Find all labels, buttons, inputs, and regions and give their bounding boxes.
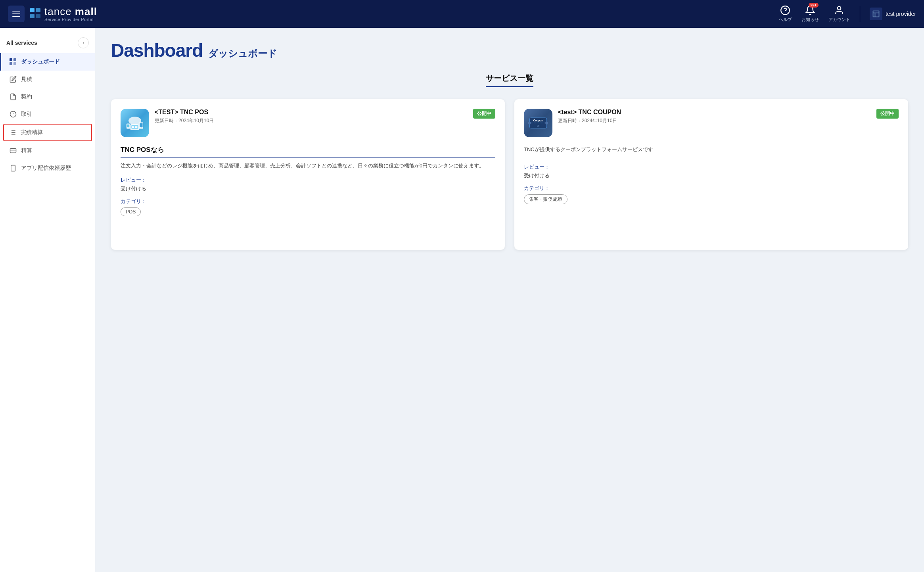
sidebar-item-contract[interactable]: 契約 [0, 88, 95, 106]
sidebar-item-settlement[interactable]: 精算 [0, 142, 95, 159]
svg-point-34 [141, 127, 142, 128]
card-review-label-coupon: レビュー： [524, 163, 899, 171]
provider-building-icon [872, 10, 880, 18]
card-description-pos: 注文入力・会計などのレジ機能をはじめ、商品管理、顧客管理、売上分析、会計ソフトと… [121, 161, 495, 170]
card-meta-pos: <TEST> TNC POS 更新日時：2024年10月10日 [155, 109, 468, 124]
sidebar-item-label-estimate: 見積 [21, 76, 32, 83]
card-review-value-pos: 受け付ける [121, 185, 495, 192]
svg-rect-11 [13, 62, 16, 65]
card-status-pos: 公開中 [473, 109, 495, 119]
card-category-label-coupon: カテゴリ： [524, 185, 899, 192]
header-divider [860, 6, 860, 22]
service-card-pos[interactable]: <TEST> TNC POS 更新日時：2024年10月10日 公開中 TNC … [111, 99, 505, 250]
svg-text:Coupon: Coupon [533, 119, 543, 122]
card-update-pos: 更新日時：2024年10月10日 [155, 117, 468, 124]
svg-text:20: 20 [537, 125, 539, 127]
svg-rect-7 [873, 11, 879, 17]
estimate-icon [9, 75, 17, 83]
sidebar-header: All services ‹ [0, 34, 95, 53]
card-update-coupon: 更新日時：2024年10月10日 [558, 117, 871, 124]
sidebar-item-dashboard[interactable]: ダッシュボード [0, 53, 95, 71]
account-label: アカウント [828, 17, 850, 23]
help-label: ヘルプ [779, 17, 792, 23]
hamburger-button[interactable] [8, 6, 25, 22]
card-header-pos: <TEST> TNC POS 更新日時：2024年10月10日 公開中 [121, 109, 495, 137]
svg-point-44 [545, 121, 548, 124]
card-name-coupon: <test> TNC COUPON [558, 109, 871, 116]
card-thumb-pos [121, 109, 149, 137]
sidebar-item-label-settlement: 精算 [21, 147, 32, 154]
svg-rect-2 [30, 14, 35, 18]
card-header-coupon: Coupon 20 <test> TNC COUPON 更新日時：2024年10… [524, 109, 899, 137]
card-thumb-coupon: Coupon 20 [524, 109, 552, 137]
card-category-tag-coupon: 集客・販促施策 [524, 194, 567, 204]
header-left: tance mall Service Provider Portal [8, 6, 97, 22]
card-category-label-pos: カテゴリ： [121, 198, 495, 205]
account-icon [834, 5, 844, 15]
page-title: Dashboard ダッシュボード [111, 40, 908, 61]
sidebar-item-app-history[interactable]: アプリ配信依頼履歴 [0, 159, 95, 177]
logo-main: tance mall [44, 6, 97, 17]
header-right: ヘルプ 99+ お知らせ アカウント [779, 5, 916, 23]
dashboard-icon [9, 58, 17, 66]
svg-rect-21 [10, 149, 16, 153]
card-review-value-coupon: 受け付ける [524, 172, 899, 179]
provider-info[interactable]: test provider [870, 8, 916, 20]
sidebar-item-label-app-history: アプリ配信依頼履歴 [21, 165, 71, 172]
sidebar-collapse-button[interactable]: ‹ [78, 37, 89, 48]
logo-subtitle: Service Provider Portal [44, 17, 97, 22]
notifications-badge: 99+ [809, 3, 819, 8]
sidebar-item-label-actual-settlement: 実績精算 [21, 129, 43, 136]
app-history-icon [9, 164, 17, 172]
card-meta-coupon: <test> TNC COUPON 更新日時：2024年10月10日 [558, 109, 871, 124]
services-grid: <TEST> TNC POS 更新日時：2024年10月10日 公開中 TNC … [111, 99, 908, 250]
svg-rect-0 [30, 8, 35, 12]
svg-rect-9 [13, 58, 16, 61]
sidebar-item-actual-settlement[interactable]: 実績精算 [3, 124, 92, 141]
page-title-area: Dashboard ダッシュボード [111, 40, 908, 61]
logo-icon [29, 7, 41, 21]
help-icon [780, 5, 790, 15]
sidebar-nav: ダッシュボード 見積 [0, 53, 95, 177]
notifications-button[interactable]: 99+ お知らせ [801, 5, 819, 23]
sidebar-item-estimate[interactable]: 見積 [0, 71, 95, 88]
page-title-en: Dashboard [111, 40, 203, 61]
layout: All services ‹ ダッシュボード [0, 0, 924, 572]
actual-settlement-icon [9, 129, 17, 136]
card-category-tag-pos: POS [121, 207, 141, 216]
card-description-coupon: TNCが提供するクーポンプラットフォームサービスです [524, 145, 899, 154]
main-content: Dashboard ダッシュボード サービス一覧 [95, 28, 924, 572]
provider-name: test provider [886, 11, 916, 17]
sidebar-item-label-dashboard: ダッシュボード [21, 58, 60, 65]
section-heading-text: サービス一覧 [486, 73, 533, 87]
svg-rect-30 [132, 127, 134, 128]
logo-text: tance mall Service Provider Portal [44, 6, 97, 22]
sidebar-all-services-label: All services [6, 40, 37, 46]
section-heading: サービス一覧 [111, 73, 908, 87]
svg-rect-3 [36, 14, 40, 18]
svg-rect-1 [36, 8, 40, 12]
notifications-label: お知らせ [801, 17, 819, 23]
transaction-icon [9, 110, 17, 118]
svg-point-6 [838, 6, 841, 10]
sidebar-item-label-transaction: 取引 [21, 111, 32, 118]
account-button[interactable]: アカウント [828, 5, 850, 23]
svg-rect-10 [10, 62, 12, 65]
help-button[interactable]: ヘルプ [779, 5, 792, 23]
sidebar-item-transaction[interactable]: 取引 [0, 106, 95, 123]
settlement-icon [9, 147, 17, 155]
service-card-coupon[interactable]: Coupon 20 <test> TNC COUPON 更新日時：2024年10… [514, 99, 908, 250]
provider-icon [870, 8, 882, 20]
svg-point-43 [528, 121, 531, 124]
svg-rect-29 [135, 126, 138, 127]
card-status-coupon: 公開中 [876, 109, 899, 119]
svg-rect-36 [127, 125, 129, 127]
svg-rect-27 [131, 125, 138, 129]
svg-point-37 [128, 128, 128, 128]
svg-rect-28 [132, 126, 134, 127]
card-review-label-pos: レビュー： [121, 177, 495, 184]
sidebar-item-label-contract: 契約 [21, 93, 32, 100]
header: tance mall Service Provider Portal ヘルプ 9… [0, 0, 924, 28]
svg-rect-8 [10, 58, 12, 61]
sidebar: All services ‹ ダッシュボード [0, 28, 95, 572]
